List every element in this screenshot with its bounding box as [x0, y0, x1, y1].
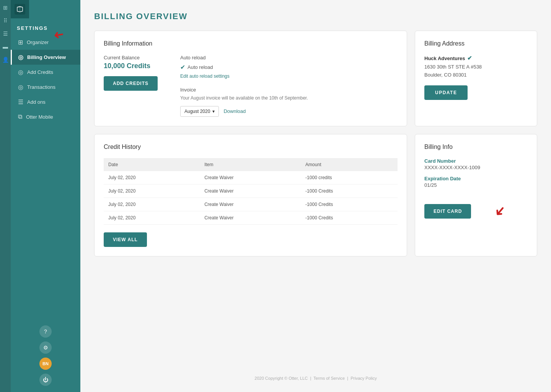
address-line1: 1630 30th ST STE A #538 Boulder, CO 8030… [424, 63, 528, 79]
bottom-cards-row: Credit History Date Item Amount July 02,… [94, 134, 537, 256]
user-icon[interactable]: 👤 [2, 57, 9, 63]
main-content: BILLING OVERVIEW Billing Information Cur… [80, 0, 551, 392]
privacy-link[interactable]: Privacy Policy [350, 376, 377, 381]
verified-icon: ✔ [467, 55, 472, 62]
settings-title: SETTINGS [11, 18, 80, 35]
col-date: Date [104, 158, 200, 171]
billing-information-card: Billing Information Current Balance 10,0… [94, 31, 407, 126]
col-item: Item [200, 158, 301, 171]
billing-address-card: Billing Address Huck Adventures ✔ 1630 3… [415, 31, 537, 126]
col-amount: Amount [301, 158, 398, 171]
billing-information-title: Billing Information [104, 40, 398, 47]
billing-info-card: Billing Info Card Number XXXX-XXXX-XXXX-… [415, 134, 537, 256]
help-icon: ? [44, 328, 47, 335]
settings-button[interactable]: ⚙ [39, 341, 52, 354]
card-number-label: Card Number [424, 158, 528, 164]
chevron-down-icon: ▾ [212, 109, 215, 114]
invoice-note: Your August invoice will be available on… [180, 95, 398, 101]
power-icon: ⏻ [43, 377, 48, 383]
checkmark-icon: ✔ [180, 64, 185, 71]
table-row: July 02, 2020Create Waiver-1000 Credits [104, 211, 398, 224]
addons-icon: ☰ [18, 98, 23, 106]
help-button[interactable]: ? [39, 325, 52, 338]
avatar[interactable]: BN [39, 358, 52, 370]
invoice-row: August 2020 ▾ Download [180, 106, 398, 117]
billing-overview-icon: ◎ [18, 54, 23, 61]
edit-auto-reload-link[interactable]: Edit auto reload settings [180, 74, 230, 79]
expiration-value: 01/25 [424, 182, 528, 188]
billing-address-title: Billing Address [424, 40, 528, 47]
view-all-button[interactable]: VIEW ALL [104, 232, 147, 247]
minus-icon[interactable]: ▬ [3, 44, 8, 50]
logo [11, 0, 29, 18]
footer: 2020 Copyright © Otter, LLC | Terms of S… [94, 364, 537, 381]
company-name: Huck Adventures ✔ [424, 55, 528, 62]
menu-icon[interactable]: ⠿ [3, 18, 7, 24]
red-arrow-edit-card: ➜ [491, 202, 510, 221]
doc-icon[interactable]: ☰ [3, 31, 8, 37]
sidebar-nav: ⊞ Organizer ◎ Billing Overview ◎ Add Cre… [11, 35, 80, 321]
sidebar-item-organizer[interactable]: ⊞ Organizer [11, 35, 80, 50]
icon-bar: ⊞ ⠿ ☰ ▬ 👤 [0, 0, 11, 392]
invoice-label: Invoice [180, 87, 398, 93]
update-button[interactable]: UPDATE [424, 85, 468, 100]
current-balance-value: 10,000 Credits [104, 62, 165, 70]
auto-reload-label: Auto reload [180, 55, 398, 60]
add-credits-button[interactable]: Add Credits [104, 76, 158, 91]
credit-history-card: Credit History Date Item Amount July 02,… [94, 134, 407, 256]
otter-mobile-icon: ⧉ [18, 113, 22, 120]
transactions-icon: ◎ [18, 83, 23, 91]
organizer-icon: ⊞ [18, 39, 23, 46]
sidebar-item-transactions[interactable]: ◎ Transactions [11, 80, 80, 95]
top-cards-row: Billing Information Current Balance 10,0… [94, 31, 537, 126]
edit-card-button[interactable]: EDIT CARD [424, 204, 471, 219]
credit-history-title: Credit History [104, 144, 398, 150]
invoice-month-select[interactable]: August 2020 ▾ [180, 106, 219, 117]
page-title: BILLING OVERVIEW [94, 11, 537, 21]
add-credits-icon: ◎ [18, 69, 23, 76]
download-link[interactable]: Download [223, 108, 246, 114]
sidebar-item-billing-overview[interactable]: ◎ Billing Overview [11, 50, 80, 65]
power-button[interactable]: ⏻ [39, 374, 52, 386]
credit-history-table: Date Item Amount July 02, 2020Create Wai… [104, 158, 398, 225]
auto-reload-check: ✔ Auto reload [180, 64, 398, 71]
table-row: July 02, 2020Create Waiver-1000 Credits [104, 198, 398, 211]
current-balance-label: Current Balance [104, 55, 165, 60]
sidebar: SETTINGS ➜ ⊞ Organizer ◎ Billing Overvie… [11, 0, 80, 392]
gear-icon: ⚙ [43, 345, 48, 351]
sidebar-item-add-credits[interactable]: ◎ Add Credits [11, 65, 80, 80]
sidebar-item-addons[interactable]: ☰ Add ons [11, 95, 80, 109]
billing-info-title: Billing Info [424, 144, 528, 150]
tos-link[interactable]: Terms of Service [313, 376, 345, 381]
grid-icon[interactable]: ⊞ [3, 5, 8, 11]
table-row: July 02, 2020Create Waiver-1000 Credits [104, 184, 398, 198]
invoice-section: Invoice Your August invoice will be avai… [180, 87, 398, 117]
table-row: July 02, 2020Create Waiver-1000 credits [104, 171, 398, 185]
expiration-label: Expiration Date [424, 176, 528, 181]
sidebar-item-otter-mobile[interactable]: ⧉ Otter Mobile [11, 109, 80, 124]
card-number-value: XXXX-XXXX-XXXX-1009 [424, 165, 528, 170]
sidebar-bottom: ? ⚙ BN ⏻ [11, 321, 80, 392]
